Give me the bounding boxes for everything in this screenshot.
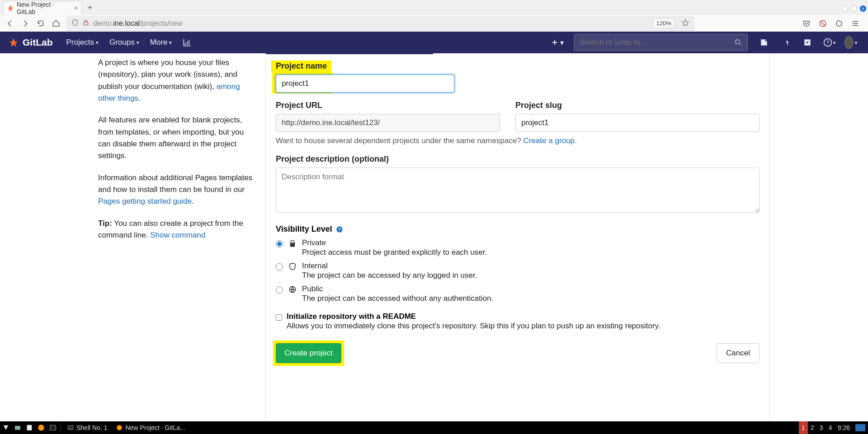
gitlab-logo[interactable]: GitLab — [8, 37, 53, 48]
taskbar-shell-app[interactable]: Shell No. 1 — [63, 421, 112, 434]
readme-title: Initialize repository with a README — [287, 312, 660, 321]
close-tab-icon[interactable]: × — [74, 5, 78, 12]
bookmark-star-icon[interactable] — [682, 19, 689, 28]
project-slug-input[interactable] — [515, 114, 760, 132]
visibility-internal-title: Internal — [302, 261, 477, 271]
user-menu[interactable]: ▾ — [844, 36, 857, 49]
show-command-link[interactable]: Show command — [150, 231, 205, 239]
nav-projects[interactable]: Projects ▾ — [63, 35, 102, 50]
visibility-public-option[interactable]: Public The project can be accessed witho… — [276, 285, 760, 303]
home-button[interactable] — [51, 18, 61, 29]
avatar — [844, 36, 853, 49]
tray-monitor-icon[interactable] — [855, 424, 865, 431]
project-description-input[interactable] — [276, 168, 760, 213]
help-circle-icon[interactable]: ? — [336, 226, 343, 233]
gitlab-brand-text: GitLab — [23, 37, 53, 48]
sidebar-p1: A project is where you house your files … — [98, 57, 254, 104]
project-slug-group: Project slug — [515, 101, 760, 132]
nav-groups[interactable]: Groups ▾ — [106, 35, 143, 50]
shield-icon — [288, 262, 297, 271]
project-name-label: Project name — [276, 61, 760, 71]
nav-more[interactable]: More ▾ — [146, 35, 176, 50]
project-name-input[interactable] — [276, 75, 454, 93]
text-editor-icon[interactable] — [24, 421, 35, 434]
readme-desc: Allows you to immediately clone this pro… — [287, 322, 660, 331]
workspace-1[interactable]: 1 — [799, 421, 808, 434]
form-panel: Project name Project URL Project slug — [265, 53, 770, 421]
initialize-readme-option[interactable]: Initialize repository with a README Allo… — [276, 312, 760, 331]
workspace-4[interactable]: 4 — [826, 421, 835, 434]
create-project-button[interactable]: Create project — [276, 343, 341, 363]
todos-icon[interactable] — [801, 36, 814, 49]
reload-button[interactable] — [35, 18, 46, 29]
chevron-down-icon: ▾ — [833, 40, 835, 45]
pocket-icon[interactable] — [801, 18, 812, 29]
project-slug-label: Project slug — [515, 101, 760, 110]
group-help-text: Want to house several dependent projects… — [276, 136, 760, 145]
visibility-internal-option[interactable]: Internal The project can be accessed by … — [276, 261, 760, 280]
visibility-public-desc: The project can be accessed without any … — [302, 294, 493, 303]
visibility-internal-radio[interactable] — [276, 263, 283, 271]
pages-guide-link[interactable]: Pages getting started guide — [98, 197, 192, 205]
workspace-2[interactable]: 2 — [808, 421, 817, 434]
visibility-private-title: Private — [302, 238, 487, 247]
cancel-button[interactable]: Cancel — [717, 343, 760, 363]
tip-label: Tip: — [98, 219, 112, 228]
new-tab-button[interactable]: + — [84, 1, 96, 14]
global-search[interactable] — [574, 34, 748, 51]
firefox-quicklaunch-icon[interactable] — [35, 421, 47, 434]
svg-text:?: ? — [826, 39, 829, 45]
issues-icon[interactable] — [758, 36, 770, 49]
project-url-input[interactable] — [276, 114, 500, 132]
chevron-down-icon: ▾ — [560, 38, 564, 47]
back-button[interactable] — [5, 18, 15, 29]
file-manager-icon[interactable] — [12, 421, 24, 434]
initialize-readme-checkbox[interactable] — [276, 314, 282, 321]
noscript-icon[interactable] — [817, 18, 828, 29]
form-inner: Project name Project URL Project slug — [266, 54, 769, 365]
svg-rect-11 — [50, 425, 56, 430]
nav-more-label: More — [150, 38, 168, 47]
svg-rect-12 — [68, 425, 73, 429]
svg-point-2 — [836, 21, 842, 26]
visibility-section: Visibility Level ? Private Project acces… — [276, 224, 760, 303]
visibility-label: Visibility Level ? — [276, 224, 760, 234]
lock-warn-icon — [82, 19, 90, 28]
nav-activity[interactable] — [179, 35, 195, 50]
form-buttons: Create project Cancel — [276, 343, 760, 363]
apps-menu-icon[interactable] — [0, 421, 12, 434]
chevron-down-icon: ▾ — [169, 40, 172, 46]
taskbar-shell-label: Shell No. 1 — [76, 424, 107, 431]
workspace-3[interactable]: 3 — [817, 421, 826, 434]
visibility-public-radio[interactable] — [276, 286, 283, 294]
project-url-label: Project URL — [276, 101, 500, 110]
merge-requests-icon[interactable] — [779, 36, 792, 49]
create-group-link[interactable]: Create a group — [524, 136, 575, 145]
terminal-quicklaunch-icon[interactable] — [47, 421, 59, 434]
nav-projects-label: Projects — [66, 38, 94, 47]
svg-text:?: ? — [338, 227, 341, 232]
terminal-icon — [67, 425, 74, 431]
window-maximize-button[interactable] — [851, 5, 857, 12]
window-close-button[interactable]: × — [860, 5, 866, 12]
new-menu-button[interactable]: ▾ — [548, 36, 566, 50]
taskbar-firefox-app[interactable]: New Project · GitLa... — [112, 421, 189, 434]
sidebar-description: A project is where you house your files … — [98, 53, 265, 421]
extension-icon[interactable] — [834, 18, 844, 29]
svg-rect-0 — [84, 22, 88, 25]
visibility-private-radio[interactable] — [276, 240, 283, 247]
help-icon[interactable]: ?▾ — [823, 36, 835, 49]
menu-icon[interactable] — [850, 18, 861, 29]
zoom-badge[interactable]: 120% — [653, 19, 675, 28]
visibility-private-desc: Project access must be granted explicitl… — [302, 248, 487, 257]
content-wrap: A project is where you house your files … — [93, 53, 775, 421]
browser-tab[interactable]: New Project · GitLab × — [3, 1, 82, 15]
visibility-private-option[interactable]: Private Project access must be granted e… — [276, 238, 760, 257]
window-minimize-button[interactable] — [842, 5, 848, 12]
url-bar[interactable]: demo.ine.local/projects/new 120% — [66, 16, 694, 31]
url-slug-row: Project URL Project slug — [276, 101, 760, 132]
search-input[interactable] — [580, 38, 735, 47]
page-content: A project is where you house your files … — [0, 53, 868, 421]
forward-button[interactable] — [20, 18, 31, 29]
svg-rect-8 — [15, 426, 20, 430]
